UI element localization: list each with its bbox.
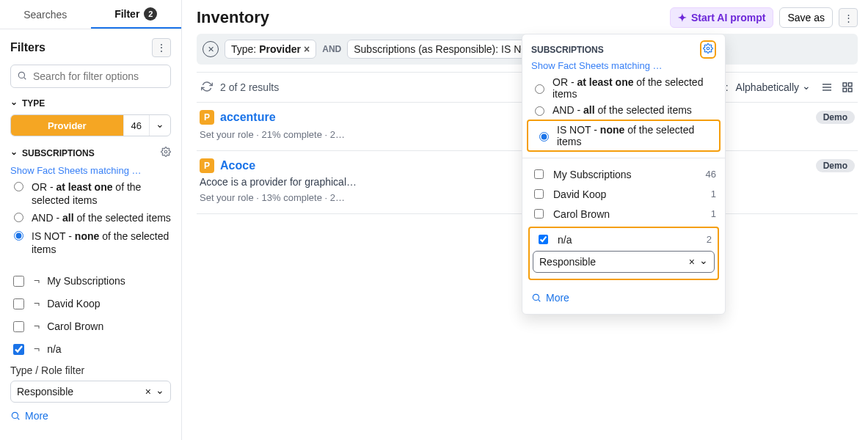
check-my-subscriptions[interactable]: ¬My Subscriptions (10, 274, 171, 289)
filter-count-badge: 2 (144, 7, 157, 21)
refresh-icon[interactable] (201, 81, 213, 95)
item-name-link[interactable]: accenture (220, 111, 276, 124)
type-section-toggle[interactable]: Type (10, 98, 171, 109)
popover-title: SUBSCRIPTIONS (531, 45, 604, 55)
provider-pill-label: Provider (11, 115, 123, 136)
svg-point-12 (707, 47, 710, 50)
chevron-down-icon (10, 148, 18, 158)
chevron-down-icon[interactable] (156, 386, 164, 397)
subscriptions-popover: SUBSCRIPTIONS Show Fact Sheets matching … (522, 34, 726, 315)
demo-badge: Demo (816, 111, 855, 124)
popover-check-my[interactable]: My Subscriptions46 (522, 164, 725, 184)
type-provider-pill[interactable]: Provider 46 (10, 114, 171, 136)
matching-hint: Show Fact Sheets matching … (10, 165, 171, 176)
sidebar-tabs: Searches Filter 2 (0, 0, 181, 29)
radio-isnot-label: IS NOT - none of the selected items (32, 230, 171, 256)
clear-all-filters[interactable]: ✕ (203, 41, 219, 57)
chevron-down-icon (10, 98, 18, 109)
popover-check-carol[interactable]: Carol Brown1 (522, 204, 725, 224)
popover-radio-or[interactable]: OR - at least one of the selected items (522, 74, 725, 102)
role-filter-select[interactable]: Responsible × (10, 381, 171, 403)
radio-and-input[interactable] (14, 213, 23, 222)
tab-filter-label: Filter (114, 8, 139, 20)
popover-radio-isnot[interactable]: IS NOT - none of the selected items (527, 120, 721, 152)
provider-pill-caret[interactable] (149, 115, 170, 136)
role-filter-label: Type / Role filter (10, 364, 171, 376)
popover-role-select[interactable]: Responsible × (533, 251, 715, 273)
subscriptions-section-label: Subscriptions (22, 148, 95, 158)
radio-isnot[interactable]: IS NOT - none of the selected items (10, 230, 171, 256)
svg-point-2 (164, 150, 167, 153)
sort-select[interactable]: Alphabetically (736, 81, 811, 93)
svg-line-1 (24, 77, 26, 79)
radio-or-input[interactable] (14, 182, 23, 191)
gear-icon[interactable] (161, 147, 171, 159)
clear-icon[interactable]: × (145, 386, 151, 397)
popover-gear-highlight[interactable] (700, 40, 716, 59)
filter-search-input[interactable] (32, 70, 164, 83)
header-more-button[interactable]: ⋮ (839, 8, 858, 27)
result-count: 2 of 2 results (220, 81, 279, 93)
provider-pill-count: 46 (123, 115, 149, 136)
demo-badge: Demo (816, 159, 855, 172)
svg-point-0 (18, 72, 24, 78)
chip-type-close[interactable]: × (304, 43, 310, 55)
and-operator: AND (322, 44, 341, 54)
chip-type[interactable]: Type: Provider × (225, 40, 316, 59)
subscriptions-section-toggle[interactable]: Subscriptions (10, 147, 171, 159)
save-as-button[interactable]: Save as (779, 7, 833, 28)
start-ai-prompt-button[interactable]: ✦Start AI prompt (670, 7, 773, 28)
list-view-icon[interactable] (818, 78, 836, 96)
radio-or-label: OR - at least one of the selected items (32, 180, 171, 207)
popover-more-link[interactable]: More (522, 287, 578, 304)
radio-and[interactable]: AND - all of the selected items (10, 211, 171, 224)
radio-and-label: AND - all of the selected items (32, 211, 171, 224)
filters-menu-icon[interactable]: ⋮ (152, 38, 171, 57)
svg-rect-11 (848, 88, 852, 92)
provider-badge: P (200, 110, 214, 125)
item-name-link[interactable]: Acoce (220, 159, 255, 172)
type-section-label: Type (22, 98, 45, 109)
chevron-down-icon[interactable] (699, 256, 708, 268)
page-title: Inventory (197, 8, 269, 27)
role-filter-value: Responsible (17, 386, 141, 397)
sparkle-icon: ✦ (678, 12, 687, 23)
svg-rect-10 (843, 88, 847, 92)
check-david-koop[interactable]: ¬David Koop (10, 296, 171, 312)
tab-filter[interactable]: Filter 2 (91, 0, 182, 29)
provider-badge: P (200, 158, 214, 173)
svg-point-3 (12, 412, 18, 418)
tab-searches[interactable]: Searches (0, 0, 91, 29)
more-link[interactable]: More (10, 410, 48, 422)
filters-title: Filters (10, 41, 45, 54)
popover-radio-and[interactable]: AND - all of the selected items (522, 102, 725, 118)
svg-rect-8 (843, 83, 847, 87)
popover-hint: Show Fact Sheets matching … (522, 60, 725, 74)
radio-isnot-input[interactable] (14, 231, 23, 241)
clear-icon[interactable]: × (689, 256, 695, 268)
popover-check-na[interactable]: n/a2 (533, 231, 715, 251)
svg-line-4 (18, 418, 20, 420)
check-carol-brown[interactable]: ¬Carol Brown (10, 319, 171, 334)
chevron-down-icon (802, 81, 811, 93)
svg-point-13 (533, 294, 539, 300)
svg-line-14 (539, 300, 541, 302)
grid-view-icon[interactable] (839, 78, 856, 96)
svg-rect-9 (848, 83, 852, 87)
filter-search[interactable] (10, 65, 171, 88)
radio-or[interactable]: OR - at least one of the selected items (10, 180, 171, 207)
search-icon (17, 70, 27, 83)
check-na[interactable]: ¬n/a (10, 342, 171, 357)
popover-check-david[interactable]: David Koop1 (522, 184, 725, 204)
popover-role-value: Responsible (539, 256, 685, 268)
